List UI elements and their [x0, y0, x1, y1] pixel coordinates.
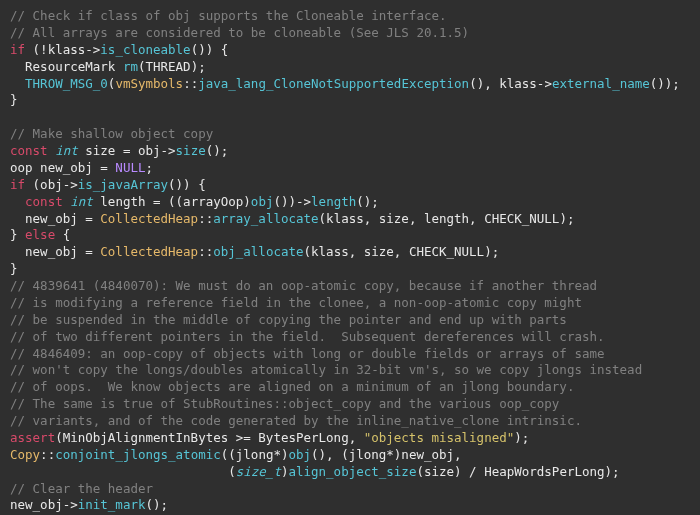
- code: length = ((arrayOop): [93, 194, 251, 209]
- fn: obj_allocate: [213, 244, 303, 259]
- code: ::: [40, 447, 55, 462]
- code: (klass, size, length, CHECK_NULL);: [319, 211, 575, 226]
- code: (!klass->: [25, 42, 100, 57]
- string: "objects misaligned": [364, 430, 515, 445]
- code: [10, 76, 25, 91]
- fn: obj: [288, 447, 311, 462]
- comment: // variants, and of the code generated b…: [10, 413, 582, 428]
- comment: // 4846409: an oop-copy of objects with …: [10, 346, 605, 361]
- keyword-assert: assert: [10, 430, 55, 445]
- class: CollectedHeap: [100, 244, 198, 259]
- comment: // Make shallow object copy: [10, 126, 213, 141]
- code: }: [10, 261, 18, 276]
- code: ::: [183, 76, 198, 91]
- fn: is_javaArray: [78, 177, 168, 192]
- code: [10, 194, 25, 209]
- code: ()) {: [168, 177, 206, 192]
- fn: conjoint_jlongs_atomic: [55, 447, 221, 462]
- keyword-const: const: [10, 143, 48, 158]
- code-block: // Check if class of obj supports the Cl…: [10, 8, 690, 514]
- comment: // Check if class of obj supports the Cl…: [10, 8, 447, 23]
- fn: length: [311, 194, 356, 209]
- fn: align_object_size: [288, 464, 416, 479]
- code: (MinObjAlignmentInBytes >= BytesPerLong,: [55, 430, 364, 445]
- comment: // is modifying a reference field in the…: [10, 295, 582, 310]
- code: }: [10, 227, 25, 242]
- code: ;: [145, 160, 153, 175]
- comment: // All arrays are considered to be clone…: [10, 25, 469, 40]
- fn: init_mark: [78, 497, 146, 512]
- code: (), (jlong*)new_obj,: [311, 447, 462, 462]
- comment: // won't copy the longs/doubles atomical…: [10, 362, 642, 377]
- code: new_obj =: [10, 244, 100, 259]
- code: );: [514, 430, 529, 445]
- code: ()) {: [191, 42, 229, 57]
- keyword-if: if: [10, 42, 25, 57]
- type-int: int: [70, 194, 93, 209]
- fn: java_lang_CloneNotSupportedException: [198, 76, 469, 91]
- code: }: [10, 92, 18, 107]
- fn: THROW_MSG_0: [25, 76, 108, 91]
- code: (), klass->: [469, 76, 552, 91]
- comment: // be suspended in the middle of copying…: [10, 312, 567, 327]
- code: ());: [650, 76, 680, 91]
- code: (size) / HeapWordsPerLong);: [416, 464, 619, 479]
- code: ();: [356, 194, 379, 209]
- code: ResourceMark: [10, 59, 123, 74]
- fn: obj: [251, 194, 274, 209]
- comment: // Clear the header: [10, 481, 153, 496]
- code: ((jlong*): [221, 447, 289, 462]
- code: ())->: [273, 194, 311, 209]
- code: ::: [198, 211, 213, 226]
- type-int: int: [55, 143, 78, 158]
- code: ::: [198, 244, 213, 259]
- class: vmSymbols: [115, 76, 183, 91]
- keyword-if: if: [10, 177, 25, 192]
- code: (obj->: [25, 177, 78, 192]
- fn: array_allocate: [213, 211, 318, 226]
- comment: // 4839641 (4840070): We must do an oop-…: [10, 278, 597, 293]
- fn: size: [176, 143, 206, 158]
- code: ();: [145, 497, 168, 512]
- keyword-const: const: [25, 194, 63, 209]
- keyword-else: else: [25, 227, 55, 242]
- fn: rm: [123, 59, 138, 74]
- code: (klass, size, CHECK_NULL);: [304, 244, 500, 259]
- code: {: [55, 227, 70, 242]
- code: size = obj->: [78, 143, 176, 158]
- class: CollectedHeap: [100, 211, 198, 226]
- null: NULL: [115, 160, 145, 175]
- code: oop new_obj =: [10, 160, 115, 175]
- code: new_obj->: [10, 497, 78, 512]
- comment: // of two different pointers in the fiel…: [10, 329, 605, 344]
- code: new_obj =: [10, 211, 100, 226]
- code: (: [10, 464, 236, 479]
- class: Copy: [10, 447, 40, 462]
- code: ();: [206, 143, 229, 158]
- type-sizet: size_t: [236, 464, 281, 479]
- comment: // of oops. We know objects are aligned …: [10, 379, 574, 394]
- fn: external_name: [552, 76, 650, 91]
- comment: // The same is true of StubRoutines::obj…: [10, 396, 559, 411]
- fn: is_cloneable: [100, 42, 190, 57]
- code: (THREAD);: [138, 59, 206, 74]
